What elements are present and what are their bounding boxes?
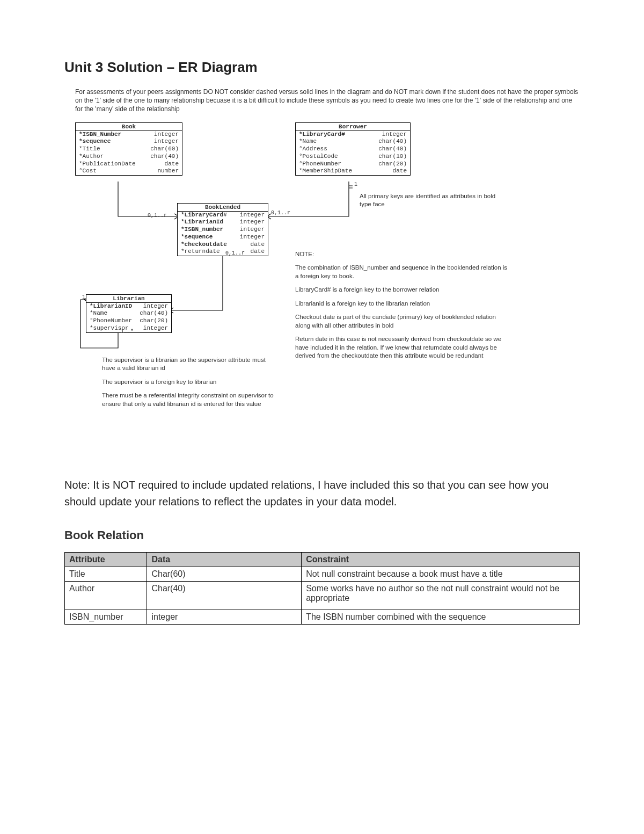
- entity-type: integer: [154, 138, 179, 146]
- entity-type: char(20): [140, 317, 168, 325]
- entity-row: *ISBN_Numberinteger: [76, 131, 182, 139]
- entity-type: integer: [154, 131, 179, 139]
- table-cell: Char(40): [147, 581, 302, 610]
- entity-row: *Namechar(40): [86, 310, 171, 317]
- entity-attr: *supervisor: [90, 325, 143, 332]
- entity-row: *Authorchar(40): [76, 153, 182, 161]
- entity-row: *sequenceinteger: [76, 138, 182, 146]
- entity-booklended: BookLended *LibraryCard#integer*Libraria…: [177, 203, 268, 257]
- entity-type: char(40): [150, 153, 179, 161]
- entity-booklended-name: BookLended: [178, 204, 268, 212]
- entity-librarian: Librarian *LibrarianIDinteger*Namechar(4…: [86, 294, 172, 333]
- entity-attr: *LibrarianId: [181, 219, 240, 226]
- entity-type: integer: [240, 226, 265, 234]
- entity-row: °PhoneNumberchar(20): [86, 317, 171, 325]
- table-cell: Some works have no author so the not nul…: [302, 581, 580, 610]
- entity-type: integer: [240, 212, 265, 219]
- note-1: The combination of ISBN_number and seque…: [295, 264, 510, 280]
- entity-type: date: [165, 161, 179, 168]
- card-borrower-one: 1: [354, 182, 357, 187]
- entity-book-name: Book: [76, 123, 182, 131]
- entity-type: char(20): [378, 161, 407, 168]
- table-cell: The ISBN number combined with the sequen…: [302, 610, 580, 624]
- entity-attr: °PostalCode: [299, 153, 378, 161]
- entity-row: °PhoneNumberchar(20): [296, 161, 410, 168]
- entity-row: *Titlechar(60): [76, 146, 182, 153]
- relation-heading: Book Relation: [64, 528, 580, 542]
- entity-attr: °Address: [299, 146, 378, 153]
- entity-row: *ISBN_numberinteger: [178, 226, 268, 234]
- entity-attr: *ISBN_Number: [79, 131, 154, 139]
- entity-attr: °PhoneNumber: [299, 161, 378, 168]
- note-header: NOTE:: [295, 250, 510, 259]
- note-4: Checkout date is part of the candiate (p…: [295, 313, 510, 330]
- entity-attr: *ISBN_number: [181, 226, 240, 234]
- intro-text: For assessments of your peers assignment…: [64, 88, 580, 114]
- entity-attr: *Name: [299, 138, 378, 146]
- book-relation-table: Attribute Data Constraint TitleChar(60)N…: [64, 552, 580, 625]
- entity-type: date: [393, 168, 407, 175]
- entity-row: °Costnumber: [76, 168, 182, 175]
- entity-type: date: [251, 248, 265, 256]
- card-lib-one: 1: [82, 294, 85, 300]
- entity-attr: *sequence: [79, 138, 154, 146]
- table-row: AuthorChar(40)Some works have no author …: [65, 581, 580, 610]
- entity-attr: *PublicationDate: [79, 161, 165, 168]
- entity-attr: *LibraryCard#: [299, 131, 382, 139]
- entity-row: *Namechar(40): [296, 138, 410, 146]
- note-5: Return date in this case is not necessar…: [295, 335, 510, 360]
- sup-note-2: The supervisor is a foreign key to libra…: [102, 378, 279, 387]
- entity-row: °PostalCodechar(10): [296, 153, 410, 161]
- supervisor-notes: The supervisor is a librarian so the sup…: [102, 356, 279, 414]
- sup-note-3: There must be a referential integrity co…: [102, 391, 279, 408]
- entity-attr: *Name: [90, 310, 140, 317]
- note-3: Librarianid is a foreign key to the libr…: [295, 300, 510, 308]
- table-cell: Char(60): [147, 567, 302, 581]
- entity-row: °Addresschar(40): [296, 146, 410, 153]
- entity-attr: *Title: [79, 146, 150, 153]
- th-constraint: Constraint: [302, 552, 580, 567]
- entity-book: Book *ISBN_Numberinteger*sequenceinteger…: [75, 122, 182, 176]
- entity-attr: *LibrarianID: [90, 303, 143, 310]
- entity-booklended-rows: *LibraryCard#integer*LibrarianIdinteger*…: [178, 212, 268, 256]
- card-lib-self: 1..*: [121, 329, 134, 335]
- entity-type: date: [251, 241, 265, 249]
- entity-attr: °PhoneNumber: [90, 317, 140, 325]
- card-bl-borrower: 0,1..r: [271, 210, 290, 216]
- entity-row: *LibrarianIdinteger: [178, 219, 268, 226]
- entity-type: char(40): [378, 138, 407, 146]
- entity-type: char(60): [150, 146, 179, 153]
- entity-row: *LibrarianIDinteger: [86, 303, 171, 310]
- sup-note-1: The supervisor is a librarian so the sup…: [102, 356, 279, 373]
- table-row: ISBN_numberintegerThe ISBN number combin…: [65, 610, 580, 624]
- entity-librarian-name: Librarian: [86, 295, 171, 303]
- entity-borrower-name: Borrower: [296, 123, 410, 131]
- table-cell: Not null constraint because a book must …: [302, 567, 580, 581]
- entity-borrower-rows: *LibraryCard#integer*Namechar(40)°Addres…: [296, 131, 410, 176]
- table-cell: Author: [65, 581, 147, 610]
- entity-attr: °Cost: [79, 168, 157, 175]
- entity-row: *PublicationDatedate: [76, 161, 182, 168]
- th-attribute: Attribute: [65, 552, 147, 567]
- entity-type: integer: [382, 131, 407, 139]
- table-row: TitleChar(60)Not null constraint because…: [65, 567, 580, 581]
- entity-book-rows: *ISBN_Numberinteger*sequenceinteger*Titl…: [76, 131, 182, 176]
- entity-type: char(40): [140, 310, 168, 317]
- page-title: Unit 3 Solution – ER Diagram: [64, 59, 580, 76]
- entity-attr: *MemberShipDate: [299, 168, 393, 175]
- note-pk: All primary keys are identified as attri…: [360, 192, 499, 209]
- entity-librarian-rows: *LibrarianIDinteger*Namechar(40)°PhoneNu…: [86, 303, 171, 332]
- er-diagram: Book *ISBN_Numberinteger*sequenceinteger…: [64, 122, 580, 439]
- entity-row: *LibraryCard#integer: [296, 131, 410, 139]
- table-cell: integer: [147, 610, 302, 624]
- entity-type: integer: [240, 234, 265, 241]
- table-cell: ISBN_number: [65, 610, 147, 624]
- entity-attr: *sequence: [181, 234, 240, 241]
- entity-row: *sequenceinteger: [178, 234, 268, 241]
- entity-type: integer: [240, 219, 265, 226]
- entity-type: char(40): [378, 146, 407, 153]
- th-data: Data: [147, 552, 302, 567]
- entity-attr: *checkoutdate: [181, 241, 251, 249]
- entity-row: *checkoutdatedate: [178, 241, 268, 249]
- card-bl-down: 0,1..r: [225, 250, 245, 256]
